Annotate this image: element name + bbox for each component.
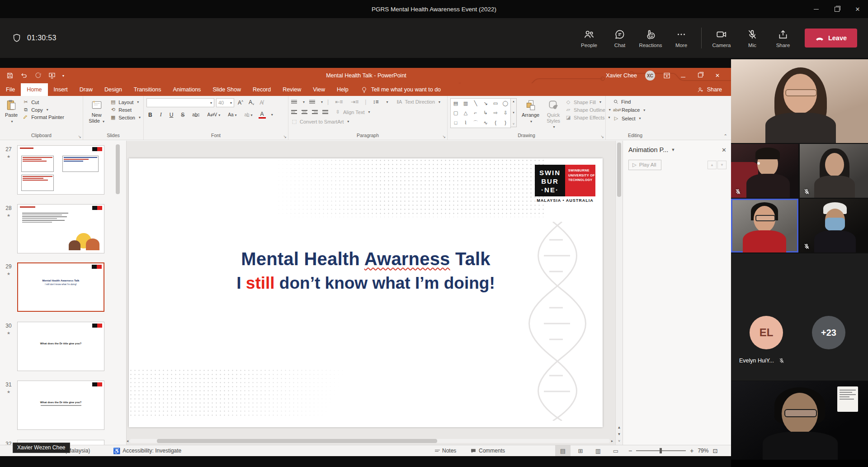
account-avatar[interactable]: XC — [645, 71, 655, 81]
layout-button[interactable]: ▤Layout▾ — [110, 99, 141, 105]
reactions-button[interactable]: Reactions — [635, 29, 666, 48]
zoom-in-button[interactable]: + — [690, 447, 693, 454]
align-text-button[interactable]: ⇳Align Text▾ — [335, 109, 370, 115]
quick-styles-button[interactable]: Quick Styles ▾ — [544, 98, 562, 130]
slideshow-view-button[interactable]: ▭ — [608, 445, 623, 456]
tab-file[interactable]: File — [0, 83, 21, 96]
share-button[interactable]: Share — [768, 29, 798, 48]
section-button[interactable]: ▦Section▾ — [110, 114, 141, 120]
previous-slide-button[interactable]: ▲ — [618, 425, 621, 429]
shapes-gallery-scrollbar[interactable]: ▴▾▿ — [511, 98, 517, 127]
thumbnail-slide-28[interactable]: 28★ — [0, 204, 104, 253]
align-left-button[interactable] — [291, 109, 297, 115]
text-shadow-button[interactable]: ab̲c — [190, 112, 201, 118]
chat-button[interactable]: Chat — [604, 29, 635, 48]
ppt-close-button[interactable]: ✕ — [713, 72, 722, 79]
character-spacing-button[interactable]: A⇄V▾ — [205, 112, 222, 118]
zoom-level[interactable]: 79% — [698, 448, 708, 454]
clipboard-dialog-launcher[interactable]: ↘ — [78, 134, 81, 139]
scroll-right-arrow[interactable]: ▸ — [611, 439, 613, 443]
decrease-indent-button[interactable]: ⇤≡ — [333, 98, 344, 105]
shapes-gallery[interactable]: ▤▥╲↘▭◯ ▢△⌐↳⇨⇩ □⌇⌒∿{} ▴▾▿ — [450, 98, 517, 128]
slide-canvas[interactable]: SWIN BUR ·NE· SWINBURNE UNIVERSITY OF TE… — [129, 158, 603, 427]
notes-button[interactable]: Notes — [435, 445, 456, 456]
bullets-button[interactable] — [291, 99, 297, 105]
thumbnail-slide-30[interactable]: 30★ What does the Dr title give you? — [0, 322, 104, 371]
font-name-combo[interactable]: ▾ — [146, 98, 214, 107]
align-center-button[interactable] — [302, 109, 307, 115]
close-button[interactable]: ✕ — [847, 0, 868, 18]
ppt-minimize-button[interactable] — [679, 72, 688, 79]
comments-button[interactable]: Comments — [470, 445, 505, 456]
drawing-dialog-launcher[interactable]: ↘ — [600, 134, 604, 139]
mic-button[interactable]: Mic — [737, 29, 768, 48]
undo-icon[interactable] — [20, 72, 28, 79]
bold-button[interactable]: B — [146, 111, 154, 119]
collapse-ribbon-icon[interactable]: ⌃ — [724, 133, 727, 138]
more-button[interactable]: More — [666, 29, 697, 48]
tab-insert[interactable]: Insert — [48, 83, 74, 96]
tab-slide-show[interactable]: Slide Show — [207, 83, 247, 96]
ppt-share-button[interactable]: Share — [697, 83, 731, 96]
replace-button[interactable]: ab⇄Replace▾ — [613, 107, 645, 113]
tab-animations[interactable]: Animations — [167, 83, 207, 96]
pane-dropdown-icon[interactable]: ▼ — [671, 148, 675, 152]
accessibility-status[interactable]: ♿ Accessibility: Investigate — [113, 445, 181, 456]
shrink-font-button[interactable]: A˅ — [247, 99, 256, 106]
highlight-color-button[interactable]: ab̲▾ — [242, 112, 254, 118]
strikethrough-button[interactable]: S — [179, 111, 186, 119]
start-slideshow-icon[interactable] — [48, 72, 56, 79]
font-color-button[interactable]: A — [259, 111, 266, 119]
underline-button[interactable]: U — [168, 111, 175, 119]
play-all-button[interactable]: ▷ Play All — [628, 160, 661, 170]
find-button[interactable]: Find — [613, 99, 645, 105]
vertical-scroll-thumb[interactable] — [617, 143, 621, 197]
slide-sorter-view-button[interactable]: ⊞ — [573, 445, 588, 456]
tab-help[interactable]: Help — [331, 83, 354, 96]
thumbnail-slide-29-selected[interactable]: 29★ Mental Health Awarness Talk I still … — [0, 262, 104, 312]
pane-close-icon[interactable]: ✕ — [722, 147, 726, 153]
justify-button[interactable] — [322, 109, 328, 115]
line-spacing-button[interactable]: ↕≡ — [371, 98, 380, 105]
customize-qat-icon[interactable]: ▾ — [62, 74, 64, 78]
video-tile-participant-1[interactable] — [731, 59, 868, 143]
grow-font-button[interactable]: A˄ — [236, 99, 245, 106]
font-dialog-launcher[interactable]: ↘ — [283, 134, 287, 139]
vertical-scrollbar[interactable]: ▲ ▼ ˅ — [615, 141, 623, 445]
ppt-restore-button[interactable] — [696, 72, 705, 79]
shape-outline-button[interactable]: ▱Shape Outline▾ — [565, 107, 611, 113]
shape-effects-button[interactable]: ◪Shape Effects▾ — [565, 114, 611, 120]
copy-button[interactable]: ⧉Copy▾ — [23, 107, 64, 113]
scroll-left-arrow[interactable]: ◂ — [127, 439, 128, 443]
paste-button[interactable]: Paste▾ — [3, 98, 20, 124]
expand-button[interactable]: ˅ — [618, 439, 620, 443]
video-tile-participant-3[interactable] — [800, 144, 868, 198]
tab-review[interactable]: Review — [277, 83, 307, 96]
redo-icon[interactable] — [34, 72, 42, 79]
tab-transitions[interactable]: Transitions — [128, 83, 167, 96]
normal-view-button[interactable]: ▤ — [555, 445, 571, 456]
minimize-button[interactable] — [806, 0, 826, 18]
tab-design[interactable]: Design — [99, 83, 128, 96]
align-right-button[interactable] — [312, 109, 318, 115]
people-button[interactable]: People — [574, 29, 604, 48]
format-painter-button[interactable]: Format Painter — [23, 114, 64, 120]
move-earlier-button[interactable]: ▲ — [708, 161, 717, 169]
account-name[interactable]: Xavier Chee — [606, 72, 637, 79]
font-size-combo[interactable]: 40▾ — [216, 98, 234, 107]
tab-view[interactable]: View — [307, 83, 331, 96]
restore-button[interactable] — [826, 0, 847, 18]
overflow-count-badge[interactable]: +23 — [812, 316, 845, 349]
increase-indent-button[interactable]: ⇥≡ — [349, 98, 360, 105]
slide-text-block[interactable]: Mental Health Awarness Talk I still don’… — [129, 249, 603, 293]
tab-record[interactable]: Record — [247, 83, 277, 96]
horizontal-scrollbar[interactable]: ◂ ▸ — [127, 438, 613, 444]
thumbnail-slide-31[interactable]: 31★ What does the Dr title give you? — [0, 381, 104, 430]
reset-button[interactable]: ⟲Reset — [110, 107, 141, 113]
avatar-evelyn[interactable]: EL — [750, 316, 783, 349]
fit-slide-button[interactable]: ⊡ — [712, 448, 717, 454]
camera-button[interactable]: Camera — [706, 29, 737, 48]
thumbnail-slide-27[interactable]: 27★ — [0, 145, 104, 195]
video-tile-participant-4-speaking[interactable] — [731, 199, 798, 253]
video-tile-participant-6[interactable] — [731, 381, 868, 460]
